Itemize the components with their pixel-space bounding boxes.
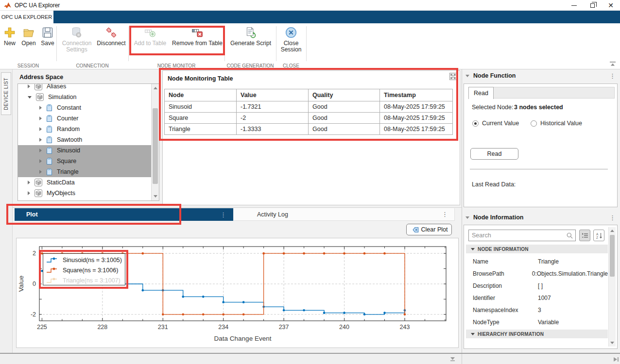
expand-panel-icon[interactable] bbox=[449, 73, 457, 80]
tree-item-myobjects[interactable]: MyObjects bbox=[18, 188, 151, 199]
restore-button[interactable] bbox=[583, 0, 602, 11]
scroll-up-icon[interactable] bbox=[154, 87, 157, 89]
tab-plot[interactable]: Plot ⋮ bbox=[15, 208, 233, 221]
tree-item-counter[interactable]: Counter bbox=[18, 113, 151, 124]
scroll-down-icon[interactable] bbox=[154, 195, 157, 198]
node-function-menu-icon[interactable]: ⋮ bbox=[609, 72, 616, 80]
column-header-quality[interactable]: Quality bbox=[309, 89, 380, 101]
tree-item-constant[interactable]: Constant bbox=[18, 102, 151, 113]
property-row-identifier[interactable]: Identifier1007 bbox=[466, 292, 608, 304]
node-monitoring-table[interactable]: NodeValueQualityTimestamp Sinusoid-1.732… bbox=[164, 89, 453, 135]
legend-entry[interactable]: Triangle(ns = 3:1007) bbox=[46, 275, 125, 285]
group-view-button[interactable] bbox=[579, 230, 590, 241]
tree-item-simulation[interactable]: Simulation bbox=[18, 92, 151, 102]
tab-opc-ua-explorer[interactable]: OPC UA EXPLORER bbox=[0, 11, 53, 23]
column-header-node[interactable]: Node bbox=[165, 89, 237, 101]
close-button[interactable]: ✕ bbox=[602, 0, 620, 11]
section-header-1[interactable]: HIERARCHY INFORMATION bbox=[466, 330, 608, 338]
variable-node-icon bbox=[46, 168, 52, 176]
ribbon-tab-strip: OPC UA EXPLORER bbox=[0, 11, 620, 23]
column-header-timestamp[interactable]: Timestamp bbox=[380, 89, 453, 101]
tree-item-sinusoid[interactable]: Sinusoid bbox=[18, 145, 151, 156]
expand-node-icon[interactable] bbox=[28, 191, 30, 195]
generate-script-button[interactable]: Generate Script bbox=[226, 26, 275, 47]
tab-device-list[interactable]: DEVICE LIST bbox=[1, 72, 11, 115]
expand-node-icon[interactable] bbox=[28, 181, 30, 184]
node-function-header[interactable]: Node Function ⋮ bbox=[462, 69, 620, 82]
expand-node-icon[interactable] bbox=[39, 149, 42, 152]
expand-node-icon[interactable] bbox=[39, 138, 42, 142]
minimize-button[interactable] bbox=[565, 0, 583, 11]
clear-plot-button[interactable]: Clear Plot bbox=[406, 224, 452, 235]
expand-node-icon[interactable] bbox=[39, 170, 42, 174]
column-header-value[interactable]: Value bbox=[237, 89, 309, 101]
search-input[interactable] bbox=[472, 231, 564, 240]
remove-from-table-button[interactable]: Remove from Table bbox=[171, 26, 224, 47]
node-monitoring-title: Node Monitoring Table bbox=[168, 75, 233, 82]
node-info-scrollbar[interactable] bbox=[608, 227, 616, 347]
collapse-section-icon[interactable] bbox=[471, 333, 475, 335]
property-row-nodetype[interactable]: NodeTypeVariable bbox=[466, 316, 608, 328]
node-information-menu-icon[interactable]: ⋮ bbox=[609, 214, 616, 221]
save-button[interactable]: Save bbox=[39, 26, 56, 47]
property-row-name[interactable]: NameTriangle bbox=[466, 255, 608, 267]
collapse-section-icon[interactable] bbox=[471, 248, 475, 250]
tree-item-aliases[interactable]: Aliases bbox=[18, 83, 151, 92]
tree-item-staticdata[interactable]: StaticData bbox=[18, 177, 151, 188]
collapse-ribbon-icon[interactable] bbox=[609, 61, 616, 67]
ribbon-toolbar: New Open Save Connection Settings bbox=[0, 23, 620, 69]
radio-historical-value[interactable]: Historical Value bbox=[531, 120, 582, 127]
variable-node-icon bbox=[46, 125, 52, 133]
tree-item-square[interactable]: Square bbox=[18, 156, 151, 166]
legend-entry[interactable]: Sinusoid(ns = 3:1005) bbox=[46, 255, 125, 265]
legend-entry[interactable]: Square(ns = 3:1006) bbox=[46, 265, 125, 275]
plot-tab-menu-icon[interactable]: ⋮ bbox=[220, 211, 226, 218]
disconnect-icon bbox=[105, 26, 118, 39]
collapse-node-function-icon[interactable] bbox=[465, 75, 469, 77]
property-row-namespaceindex[interactable]: NamespaceIndex3 bbox=[466, 304, 608, 316]
radio-current-value[interactable]: Current Value bbox=[472, 120, 519, 127]
tree-item-triangle[interactable]: Triangle bbox=[18, 166, 151, 177]
section-header-0[interactable]: NODE INFORMATION bbox=[466, 245, 608, 253]
expand-node-icon[interactable] bbox=[28, 84, 30, 88]
svg-text:237: 237 bbox=[279, 324, 289, 331]
tab-read[interactable]: Read bbox=[468, 87, 494, 99]
radio-current-value-icon[interactable] bbox=[472, 120, 479, 127]
read-button[interactable]: Read bbox=[470, 148, 518, 160]
collapse-node-icon[interactable] bbox=[28, 96, 32, 99]
new-button[interactable]: New bbox=[1, 26, 18, 47]
open-button[interactable]: Open bbox=[19, 26, 38, 47]
svg-text:Data Change Event: Data Change Event bbox=[214, 335, 272, 342]
expand-node-icon[interactable] bbox=[39, 159, 42, 163]
scrollbar-thumb[interactable] bbox=[153, 108, 158, 184]
scrollbar-thumb[interactable] bbox=[610, 235, 615, 277]
property-row-browsepath[interactable]: BrowsePath0:Objects.Simulation.Triangle bbox=[466, 267, 608, 280]
radio-historical-value-icon[interactable] bbox=[531, 120, 537, 127]
property-row-description[interactable]: Description[ ] bbox=[466, 280, 608, 292]
address-space-tree[interactable]: AliasesSimulationConstantCounterRandomSa… bbox=[17, 83, 159, 201]
tree-item-random[interactable]: Random bbox=[18, 124, 151, 134]
separator bbox=[470, 169, 608, 169]
node-information-header[interactable]: Node Information ⋮ bbox=[462, 211, 620, 224]
collapse-bottom-panel-icon[interactable] bbox=[449, 356, 456, 362]
table-row[interactable]: Sinusoid-1.7321Good08-May-2025 17:59:25 bbox=[165, 101, 453, 113]
sort-az-button[interactable]: A Z bbox=[593, 230, 604, 241]
expand-node-icon[interactable] bbox=[39, 116, 42, 120]
object-node-icon bbox=[36, 93, 44, 101]
activity-log-menu-icon[interactable]: ⋮ bbox=[442, 211, 448, 218]
scroll-up-icon[interactable] bbox=[610, 230, 614, 232]
table-row[interactable]: Triangle-1.3333Good08-May-2025 17:59:25 bbox=[165, 124, 453, 135]
close-session-button[interactable]: Close Session bbox=[278, 26, 304, 53]
tab-activity-log[interactable]: Activity Log ⋮ bbox=[234, 208, 455, 221]
expand-right-panel-icon[interactable] bbox=[613, 356, 619, 363]
disconnect-button[interactable]: Disconnect bbox=[96, 26, 126, 47]
tree-scrollbar[interactable] bbox=[151, 84, 159, 200]
plot-legend[interactable]: Sinusoid(ns = 3:1005)Square(ns = 3:1006)… bbox=[43, 253, 125, 285]
expand-node-icon[interactable] bbox=[39, 106, 42, 110]
search-box[interactable] bbox=[468, 230, 576, 241]
collapse-node-information-icon[interactable] bbox=[465, 216, 469, 219]
table-row[interactable]: Square-2Good08-May-2025 17:59:25 bbox=[165, 113, 453, 124]
scroll-down-icon[interactable] bbox=[610, 342, 614, 344]
expand-node-icon[interactable] bbox=[39, 127, 42, 131]
tree-item-sawtooth[interactable]: Sawtooth bbox=[18, 134, 151, 145]
